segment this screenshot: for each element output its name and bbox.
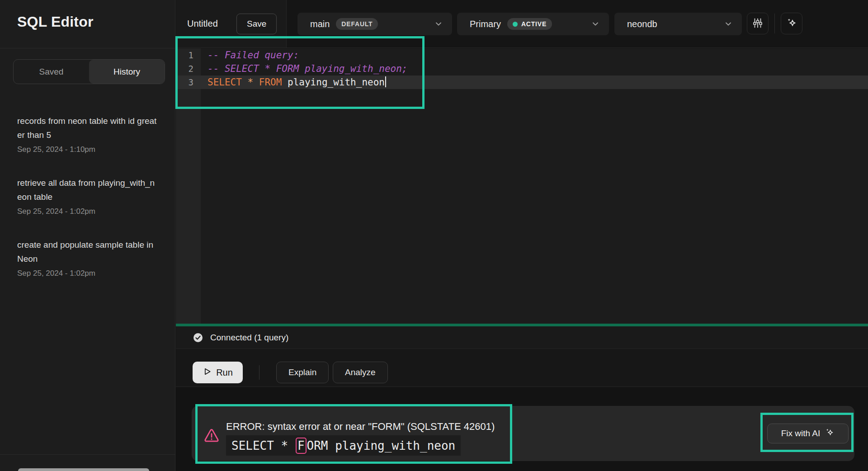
code-token: SELECT [208,77,242,88]
editor-lines: 1 -- Failed query: 2 -- SELECT * FORM pl… [176,48,868,89]
text-cursor [385,76,386,87]
line-number: 1 [176,48,201,62]
code-token: * [248,77,254,88]
run-button[interactable]: Run [193,362,243,383]
database-name: neondb [627,19,657,29]
connection-status-label: Connected (1 query) [210,333,288,343]
editor-line[interactable]: 3 SELECT * FROM playing_with_neon [176,75,868,89]
sparkles-icon [786,17,797,30]
sidebar-divider [0,48,175,48]
active-badge-label: ACTIVE [521,20,547,28]
toolbar-divider [259,365,259,380]
saved-history-tabs: Saved History [13,59,165,84]
error-query-snippet: SELECT * FORM playing_with_neon [226,435,461,456]
error-query-text: ORM playing_with_neon [307,439,456,452]
results-area: ERROR: syntax error at or near "FORM" (S… [176,387,868,471]
tab-history[interactable]: History [89,60,165,84]
fix-with-ai-button[interactable]: Fix with AI [767,424,849,443]
query-tab-title[interactable]: Untitled [187,0,218,47]
history-item-timestamp: Sep 25, 2024 - 1:02pm [17,205,158,218]
history-item-timestamp: Sep 25, 2024 - 1:10pm [17,143,158,156]
line-number: 2 [176,62,201,75]
database-dropdown[interactable]: neondb [614,13,742,35]
sidebar: SQL Editor Saved History records from ne… [0,0,175,471]
connection-status-bar: Connected (1 query) [176,326,868,349]
line-code: SELECT * FROM playing_with_neon [201,75,386,89]
active-dot-icon [513,22,518,27]
tab-saved[interactable]: Saved [14,60,89,84]
editor-gutter [176,48,201,324]
history-item-timestamp: Sep 25, 2024 - 1:02pm [17,267,158,280]
default-badge: DEFAULT [336,18,378,30]
code-token: -- Failed query: [208,50,299,61]
error-highlight-char: F [296,438,307,454]
check-circle-icon [193,332,203,343]
code-token: FROM [259,77,282,88]
play-icon [203,367,212,378]
code-token: -- SELECT * FORM playing_with_neon; [208,63,408,74]
code-token: playing_with_neon [282,77,385,88]
fix-ai-button-label: Fix with AI [781,429,821,438]
history-item-title: records from neon table with id greater … [17,114,158,142]
history-item[interactable]: records from neon table with id greater … [0,114,175,156]
sliders-icon [752,17,764,30]
chevron-down-icon [591,19,600,28]
analyze-button[interactable]: Analyze [333,362,388,383]
error-query-text: SELECT * [231,439,295,452]
editor-line[interactable]: 1 -- Failed query: [176,48,868,62]
query-tab: Untitled Save [176,0,287,47]
sidebar-bottom-divider [0,454,175,455]
history-item-title: create and populate sample table in Neon [17,238,158,266]
chevron-down-icon [434,19,443,28]
active-badge: ACTIVE [507,18,552,30]
run-button-label: Run [216,367,233,378]
branch-name: main [310,19,330,29]
code-token [253,77,259,88]
settings-button[interactable] [747,13,769,34]
line-code: -- SELECT * FORM playing_with_neon; [201,62,408,75]
compute-dropdown[interactable]: Primary ACTIVE [457,13,609,35]
line-code: -- Failed query: [201,48,299,62]
sql-editor-app: SQL Editor Saved History records from ne… [0,0,868,471]
history-list: records from neon table with id greater … [0,114,175,300]
sparkles-icon [825,428,835,440]
line-number: 3 [176,75,201,89]
chevron-down-icon [724,19,733,28]
error-banner: ERROR: syntax error at or near "FORM" (S… [192,406,854,461]
topbar: Untitled Save main DEFAULT Primary ACTIV… [176,0,868,48]
code-editor[interactable]: 1 -- Failed query: 2 -- SELECT * FORM pl… [176,48,868,324]
history-item[interactable]: create and populate sample table in Neon… [0,238,175,280]
ai-assistant-button[interactable] [781,13,802,34]
warning-triangle-icon [203,427,220,444]
history-item-title: retrieve all data from playing_with_neon… [17,176,158,204]
page-title: SQL Editor [17,14,94,30]
code-token [242,77,248,88]
topbar-divider [774,14,775,33]
sidebar-bottom-element[interactable] [18,468,149,471]
save-button[interactable]: Save [236,14,277,34]
branch-dropdown[interactable]: main DEFAULT [297,13,452,35]
query-toolbar: Run Explain Analyze [176,349,868,387]
editor-line[interactable]: 2 -- SELECT * FORM playing_with_neon; [176,62,868,75]
compute-name: Primary [470,19,501,29]
history-item[interactable]: retrieve all data from playing_with_neon… [0,176,175,218]
explain-button[interactable]: Explain [276,362,329,383]
error-message: ERROR: syntax error at or near "FORM" (S… [226,421,495,433]
